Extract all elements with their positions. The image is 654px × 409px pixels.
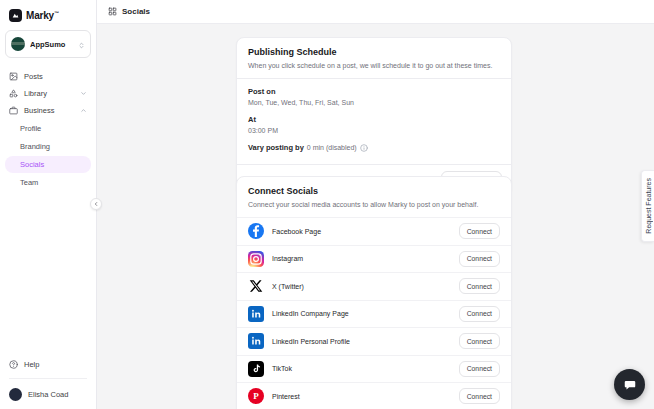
socials-grid-icon [108,7,117,16]
at-field: At 03:00 PM [248,115,500,134]
page-title: Socials [122,7,150,16]
topbar: Socials [97,0,654,24]
sidebar-item-socials[interactable]: Socials [5,156,91,173]
card-title: Connect Socials [248,186,500,196]
help-label: Help [24,360,39,369]
workspace-avatar [11,37,25,51]
publishing-schedule-body: Post on Mon, Tue, Wed, Thu, Fri, Sat, Su… [237,79,511,164]
chat-widget-button[interactable] [614,369,645,400]
social-row-instagram: Instagram Connect [237,245,511,273]
social-name: X (Twitter) [272,283,451,290]
vary-posting-label: Vary posting by [248,143,304,152]
sidebar-item-posts[interactable]: Posts [5,68,91,85]
workspace-name: AppSumo [30,40,73,49]
card-subtitle: Connect your social media accounts to al… [248,200,500,209]
post-on-value: Mon, Tue, Wed, Thu, Fri, Sat, Sun [248,99,500,106]
social-row-linkedin-company: LinkedIn Company Page Connect [237,300,511,328]
connect-linkedin-company-button[interactable]: Connect [459,306,500,322]
chevron-down-icon [80,90,87,97]
help-circle-icon [9,360,18,369]
social-name: TikTok [272,365,451,372]
sidebar-item-business[interactable]: Business [5,102,91,119]
at-value: 03:00 PM [248,127,500,134]
user-name: Elisha Coad [28,390,68,399]
social-name: Pinterest [272,393,451,400]
pinterest-icon: P [248,388,264,404]
social-name: Facebook Page [272,228,451,235]
chevron-left-icon [93,201,99,207]
marky-logo-icon [9,9,22,22]
sidebar-item-team[interactable]: Team [5,174,91,191]
sidebar-subitem-label: Socials [20,160,44,169]
user-avatar [9,388,22,401]
app-root: Marky™ AppSumo Posts Library [0,0,654,409]
social-row-tiktok: TikTok Connect [237,355,511,383]
chat-bubble-icon [623,378,637,392]
marky-logo[interactable]: Marky™ [0,0,96,29]
logo-text: Marky™ [26,10,59,21]
user-menu[interactable]: Elisha Coad [9,379,87,401]
chevrons-up-down-icon [78,35,85,53]
sidebar-item-label: Business [24,106,54,115]
card-title: Publishing Schedule [248,47,500,57]
sidebar-subitem-label: Branding [20,142,50,151]
at-label: At [248,115,500,124]
sidebar-item-profile[interactable]: Profile [5,120,91,137]
facebook-icon [248,223,264,239]
connect-x-twitter-button[interactable]: Connect [459,278,500,294]
help-button[interactable]: Help [9,355,87,379]
vary-posting-field: Vary posting by 0 min (disabled) [248,143,500,152]
x-twitter-icon [248,278,264,294]
sidebar-item-label: Library [24,89,47,98]
linkedin-icon [248,333,264,349]
sidebar-nav: Posts Library Business [0,64,96,192]
post-on-field: Post on Mon, Tue, Wed, Thu, Fri, Sat, Su… [248,87,500,106]
connect-tiktok-button[interactable]: Connect [459,361,500,377]
posts-icon [9,72,18,81]
sidebar-footer: Help Elisha Coad [0,355,96,409]
connect-pinterest-button[interactable]: Connect [459,388,500,404]
social-row-linkedin-personal: LinkedIn Personal Profile Connect [237,327,511,355]
workspace-selector[interactable]: AppSumo [5,30,91,58]
tiktok-icon [248,361,264,377]
briefcase-icon [9,106,18,115]
sidebar-item-label: Posts [24,72,43,81]
vary-posting-value: 0 min (disabled) [307,144,357,151]
sidebar-collapse-button[interactable] [90,198,102,210]
connect-instagram-button[interactable]: Connect [459,251,500,267]
social-row-facebook: Facebook Page Connect [237,217,511,245]
trademark: ™ [54,10,59,16]
chevron-up-icon [80,107,87,114]
post-on-label: Post on [248,87,500,96]
card-subtitle: When you click schedule on a post, we wi… [248,61,500,70]
request-features-tab[interactable]: Request Features [641,170,654,242]
connect-linkedin-personal-button[interactable]: Connect [459,333,500,349]
sidebar-subitem-label: Team [20,178,38,187]
social-row-x-twitter: X (Twitter) Connect [237,272,511,300]
library-shapes-icon [9,89,18,98]
svg-text:P: P [253,392,259,402]
sidebar-subitem-label: Profile [20,124,41,133]
sidebar-item-branding[interactable]: Branding [5,138,91,155]
sidebar-item-library[interactable]: Library [5,85,91,102]
instagram-icon [248,251,264,267]
main-content: Publishing Schedule When you click sched… [97,24,654,409]
social-name: LinkedIn Personal Profile [272,338,451,345]
sidebar: Marky™ AppSumo Posts Library [0,0,97,409]
social-name: LinkedIn Company Page [272,310,451,317]
request-features-label: Request Features [645,178,652,234]
info-icon[interactable] [360,144,368,152]
connect-socials-card: Connect Socials Connect your social medi… [236,176,512,409]
connect-facebook-button[interactable]: Connect [459,223,500,239]
publishing-schedule-header: Publishing Schedule When you click sched… [237,38,511,78]
publishing-schedule-card: Publishing Schedule When you click sched… [236,37,512,196]
social-name: Instagram [272,255,451,262]
social-row-pinterest: P Pinterest Connect [237,382,511,409]
linkedin-icon [248,306,264,322]
connect-socials-header: Connect Socials Connect your social medi… [237,177,511,217]
